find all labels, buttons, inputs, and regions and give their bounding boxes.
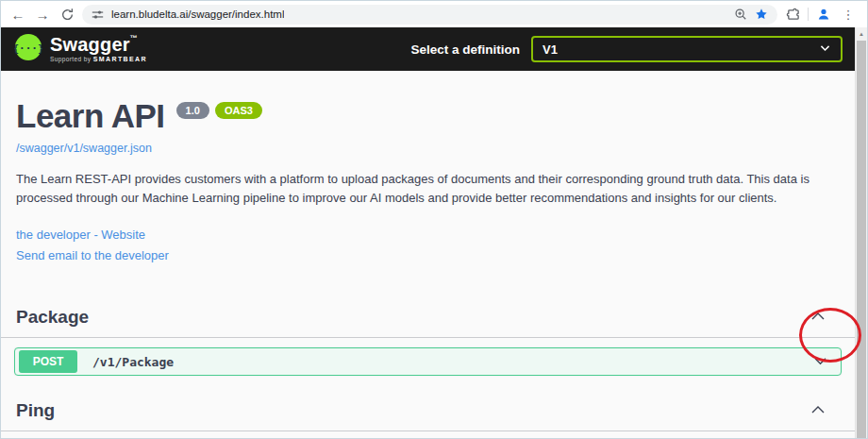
scrollbar-thumb[interactable] xyxy=(857,41,866,439)
address-bar[interactable]: learn.bludelta.ai/swagger/index.html xyxy=(82,5,777,25)
site-info-icon[interactable] xyxy=(92,8,104,21)
browser-toolbar: ← → learn.bludelta.ai/swagger/index.html xyxy=(1,1,867,27)
url-text[interactable]: learn.bludelta.ai/swagger/index.html xyxy=(111,8,284,20)
section-ping: Ping GET /v1/Ping xyxy=(1,397,867,439)
section-package: Package POST /v1/Package xyxy=(1,303,867,376)
endpoint-path: /v1/Package xyxy=(92,355,174,369)
zoom-icon[interactable] xyxy=(734,8,747,21)
page-title: Learn API xyxy=(16,99,165,132)
swagger-brand: {···} Swagger™ Supported by SMARTBEAR xyxy=(14,33,147,65)
api-sections: Package POST /v1/Package xyxy=(1,303,867,439)
select-definition-label: Select a definition xyxy=(410,42,520,57)
forward-button[interactable]: → xyxy=(33,5,52,24)
chevron-up-icon xyxy=(810,402,826,419)
developer-website-link[interactable]: the developer - Website xyxy=(16,225,145,245)
svg-text:{···}: {···} xyxy=(14,42,42,55)
definition-select[interactable]: V1 xyxy=(531,36,843,62)
browser-window: ← → learn.bludelta.ai/swagger/index.html xyxy=(0,0,868,439)
selected-definition-value: V1 xyxy=(542,42,819,57)
endpoint-post-package[interactable]: POST /v1/Package xyxy=(14,347,842,376)
reload-button[interactable] xyxy=(58,5,76,24)
scrollbar-up-arrow[interactable]: ▲ xyxy=(856,27,867,40)
api-description: The Learn REST-API provides customers wi… xyxy=(16,170,848,208)
method-badge: POST xyxy=(19,350,77,373)
section-header-package[interactable]: Package xyxy=(1,303,867,331)
section-header-ping[interactable]: Ping xyxy=(1,397,867,425)
bookmark-star-icon[interactable] xyxy=(755,8,768,21)
version-badge: 1.0 xyxy=(176,102,209,119)
browser-menu-icon[interactable]: ⋮ xyxy=(839,5,858,24)
api-info: Learn API 1.0 OAS3 /swagger/v1/swagger.j… xyxy=(1,71,867,265)
oas3-badge: OAS3 xyxy=(215,102,262,119)
reload-icon xyxy=(60,8,75,22)
supporter-name: SMARTBEAR xyxy=(93,56,147,62)
developer-email-link[interactable]: Send email to the developer xyxy=(16,245,169,265)
brand-trademark: ™ xyxy=(130,34,138,42)
section-divider xyxy=(1,431,867,431)
extensions-icon[interactable] xyxy=(783,5,802,24)
chevron-down-icon xyxy=(819,41,831,58)
swagger-topbar: {···} Swagger™ Supported by SMARTBEAR Se… xyxy=(1,27,867,71)
profile-avatar[interactable] xyxy=(814,5,833,24)
chevron-down-icon xyxy=(813,353,827,370)
brand-name: Swagger xyxy=(50,34,130,55)
section-divider xyxy=(1,337,867,338)
brand-subtitle: Supported by SMARTBEAR xyxy=(50,56,147,63)
toolbar-divider xyxy=(808,8,809,21)
section-title: Package xyxy=(16,307,89,328)
section-title: Ping xyxy=(16,400,55,421)
chevron-up-icon xyxy=(810,309,826,326)
page-scrollbar[interactable]: ▲ xyxy=(855,27,867,439)
swagger-logo-icon: {···} xyxy=(14,33,42,65)
back-button[interactable]: ← xyxy=(8,5,27,24)
spec-json-link[interactable]: /swagger/v1/swagger.json xyxy=(16,142,152,155)
